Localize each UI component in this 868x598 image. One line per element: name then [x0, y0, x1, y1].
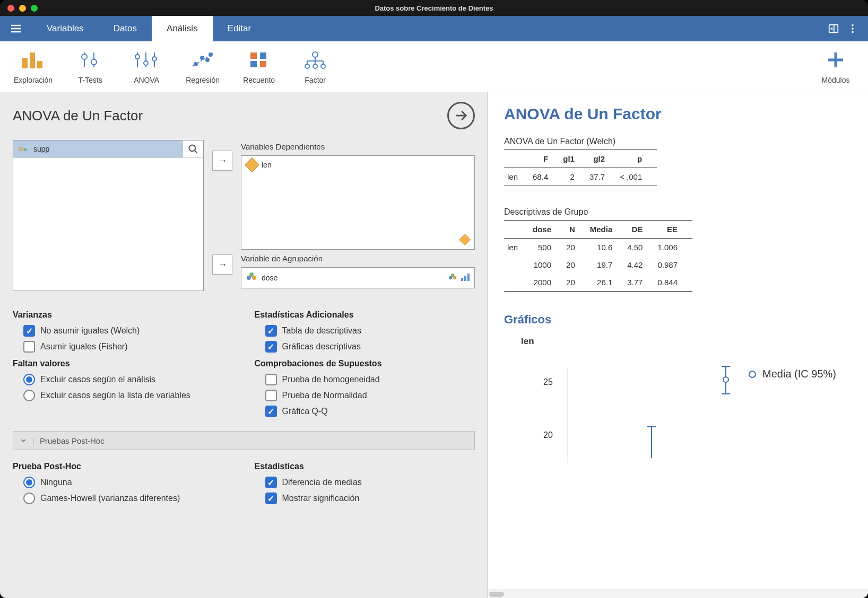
checkbox-mean-diff[interactable]	[265, 477, 277, 488]
svg-point-23	[201, 56, 204, 59]
tab-edit[interactable]: Editar	[213, 16, 266, 41]
tool-modules[interactable]: Módulos	[817, 49, 854, 84]
svg-point-6	[852, 28, 854, 30]
allowed-type-ordinal-icon	[461, 272, 470, 281]
assumptions-section-title: Comprobaciones de Supuestos	[255, 359, 475, 368]
svg-rect-29	[260, 61, 266, 67]
checkbox-desc-plots[interactable]	[265, 341, 277, 353]
group-var-label: Variable de Agrupación	[241, 254, 475, 263]
tool-regression[interactable]: Regresión	[184, 49, 221, 84]
tool-ttests[interactable]: T-Tests	[72, 49, 109, 84]
dep-vars-label: Variables Dependientes	[241, 142, 475, 151]
anova-icon	[133, 49, 160, 71]
title-bar: Datos sobre Crecimiento de Dientes	[0, 0, 868, 16]
panel-title: ANOVA de Un Factor	[13, 108, 143, 124]
dep-var-item: len	[262, 161, 272, 169]
tool-exploration[interactable]: Exploración	[14, 49, 53, 84]
radio-miss-listwise[interactable]	[23, 390, 35, 401]
horizontal-scrollbar[interactable]	[488, 590, 868, 598]
chevron-down-icon	[20, 437, 27, 444]
dependent-variables-box[interactable]: len	[241, 155, 475, 250]
grouping-variable-box[interactable]: dose	[241, 267, 475, 288]
descriptives-table: dose N Media DE EE len5002010.64.501.006…	[504, 220, 692, 292]
tab-data[interactable]: Datos	[99, 16, 152, 41]
tool-anova[interactable]: ANOVA	[128, 49, 165, 84]
group-var-item: dose	[262, 274, 277, 282]
tree-icon	[303, 49, 327, 71]
anova-table: F gl1 gl2 p len 68.4 2 37.7 < .001	[504, 150, 657, 186]
svg-rect-45	[464, 276, 466, 281]
svg-point-36	[313, 64, 317, 68]
missing-section-title: Faltan valores	[13, 359, 233, 368]
hamburger-menu-button[interactable]	[0, 16, 32, 41]
results-title: ANOVA de Un Factor	[504, 105, 852, 123]
assign-grouping-button[interactable]: →	[212, 254, 232, 275]
plot-title: len	[521, 336, 852, 347]
svg-rect-46	[467, 274, 470, 281]
svg-point-24	[206, 58, 209, 61]
svg-point-20	[152, 57, 157, 61]
svg-rect-27	[260, 52, 266, 59]
svg-point-37	[321, 64, 325, 68]
svg-line-43	[195, 151, 197, 153]
svg-point-18	[144, 61, 148, 65]
checkbox-welch[interactable]	[23, 325, 35, 337]
anova-table-title: ANOVA de Un Factor (Welch)	[504, 137, 852, 146]
svg-rect-8	[22, 58, 28, 68]
radio-posthoc-games[interactable]	[23, 493, 35, 504]
svg-point-12	[82, 54, 87, 59]
search-variables-button[interactable]	[183, 140, 203, 157]
y-tick-20: 20	[543, 430, 553, 440]
tool-frequencies[interactable]: Recuento	[240, 49, 277, 84]
results-panel: ANOVA de Un Factor ANOVA de Un Factor (W…	[488, 92, 868, 598]
grid-icon	[248, 49, 270, 71]
continuous-icon	[245, 157, 259, 172]
y-tick-25: 25	[543, 377, 553, 387]
analysis-toolbar: Exploración T-Tests	[0, 41, 868, 92]
allowed-type-continuous-icon	[459, 234, 471, 246]
posthoc-test-title: Prueba Post-Hoc	[13, 462, 233, 471]
options-panel: ANOVA de Un Factor a supp	[0, 92, 488, 598]
plots-heading: Gráficos	[504, 313, 852, 327]
collapse-options-button[interactable]	[447, 102, 475, 129]
posthoc-collapsible[interactable]: | Pruebas Post-Hoc	[13, 431, 475, 450]
variances-section-title: Varianzas	[13, 310, 233, 320]
variable-supply-list[interactable]: a supp	[13, 140, 204, 291]
tab-variables[interactable]: Variables	[32, 16, 99, 41]
tab-analysis[interactable]: Análisis	[152, 16, 213, 41]
svg-rect-10	[37, 61, 42, 68]
svg-rect-9	[30, 52, 35, 68]
descriptives-chart: Media (IC 95%) 25 20	[525, 368, 852, 463]
assign-dependent-button[interactable]: →	[212, 151, 232, 171]
window-toggle-icon[interactable]	[828, 23, 839, 34]
allowed-type-nominal-icon	[449, 274, 457, 282]
checkbox-homogeneity[interactable]	[265, 374, 277, 385]
checkbox-desc-table[interactable]	[265, 325, 277, 337]
svg-point-25	[209, 53, 212, 56]
kebab-menu-icon[interactable]	[847, 23, 858, 34]
window-title: Datos sobre Crecimiento de Dientes	[0, 4, 868, 12]
plus-icon	[826, 49, 845, 71]
desc-table-title: Descriptivas de Grupo	[504, 207, 852, 217]
nominal-text-icon: a	[19, 145, 29, 153]
checkbox-normality[interactable]	[265, 390, 277, 401]
posthoc-stats-title: Estadísticas	[255, 462, 475, 471]
svg-rect-28	[250, 61, 257, 67]
legend-label: Media (IC 95%)	[762, 368, 836, 380]
svg-rect-26	[250, 52, 257, 59]
variable-item-label: supp	[33, 145, 49, 153]
svg-point-35	[305, 64, 309, 68]
nominal-icon	[247, 272, 257, 283]
checkbox-show-sig[interactable]	[265, 493, 277, 504]
svg-point-14	[91, 59, 97, 65]
menu-bar: Variables Datos Análisis Editar	[0, 16, 868, 41]
checkbox-fisher[interactable]	[23, 341, 35, 353]
tool-factor[interactable]: Factor	[297, 49, 334, 84]
checkbox-qq[interactable]	[265, 406, 277, 417]
svg-point-42	[189, 145, 196, 152]
radio-posthoc-none[interactable]	[23, 477, 35, 488]
radio-miss-analysis[interactable]	[23, 374, 35, 385]
svg-point-5	[852, 24, 854, 27]
svg-rect-44	[461, 278, 463, 281]
svg-point-30	[313, 52, 318, 57]
